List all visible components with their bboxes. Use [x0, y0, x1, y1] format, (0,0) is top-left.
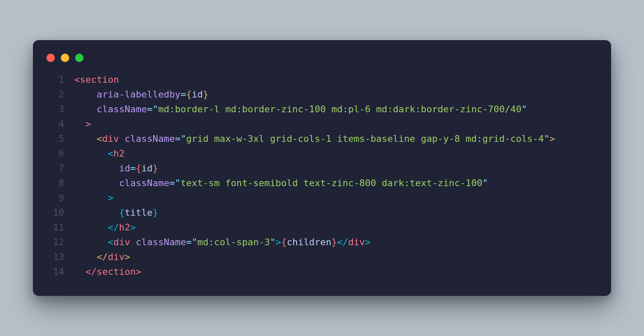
line-number: 10 — [46, 205, 64, 220]
token: > — [86, 119, 91, 129]
code-line[interactable]: 11 </h2> — [46, 220, 598, 235]
token: id — [141, 163, 153, 173]
line-number: 4 — [46, 117, 64, 131]
token: " — [181, 133, 186, 144]
token: id — [192, 89, 203, 100]
code-content[interactable]: id={id} — [74, 161, 158, 176]
code-content[interactable]: > — [74, 117, 91, 131]
token: " — [270, 237, 276, 247]
token: = — [169, 178, 175, 188]
line-number: 6 — [46, 146, 64, 161]
token: " — [522, 104, 527, 114]
token: > — [136, 266, 141, 277]
code-content[interactable]: aria-labelledby={id} — [74, 87, 208, 102]
close-icon[interactable] — [46, 54, 55, 62]
token: </ — [86, 266, 97, 277]
token — [130, 237, 135, 247]
code-content[interactable]: </section> — [74, 264, 141, 279]
code-line[interactable]: 12 <div className="md:col-span-3">{child… — [46, 235, 598, 249]
code-content[interactable]: <section — [74, 72, 119, 87]
line-number: 13 — [46, 249, 64, 264]
maximize-icon[interactable] — [75, 54, 84, 62]
code-content[interactable]: className="md:border-l md:border-zinc-10… — [74, 102, 527, 117]
token: div — [108, 252, 124, 262]
line-number: 12 — [46, 235, 64, 249]
token — [74, 222, 108, 233]
token — [74, 178, 119, 188]
token — [74, 104, 97, 114]
code-line[interactable]: 2 aria-labelledby={id} — [46, 87, 598, 102]
token: } — [152, 207, 158, 218]
token — [74, 266, 86, 277]
code-content[interactable]: <div className="grid max-w-3xl grid-cols… — [74, 131, 555, 146]
code-content[interactable]: className="text-sm font-semibold text-zi… — [74, 176, 488, 190]
token: className — [119, 178, 169, 188]
line-number: 8 — [46, 176, 64, 190]
window-titlebar — [33, 52, 611, 72]
token — [119, 133, 124, 144]
line-number: 14 — [46, 264, 64, 279]
token: " — [192, 237, 197, 247]
minimize-icon[interactable] — [61, 54, 69, 62]
token: } — [152, 163, 158, 173]
token — [74, 148, 108, 159]
token: className — [124, 133, 175, 144]
token: " — [482, 178, 488, 188]
token: > — [124, 252, 130, 262]
token: < — [97, 133, 102, 144]
code-line[interactable]: 9 > — [46, 190, 598, 205]
code-line[interactable]: 1<section — [46, 72, 598, 87]
token: = — [175, 133, 180, 144]
token: < — [108, 237, 113, 247]
code-window: 1<section2 aria-labelledby={id}3 classNa… — [33, 40, 611, 296]
code-editor[interactable]: 1<section2 aria-labelledby={id}3 classNa… — [33, 72, 611, 279]
code-content[interactable]: <div className="md:col-span-3">{children… — [74, 235, 371, 249]
token: md:border-l md:border-zinc-100 md:pl-6 m… — [158, 104, 522, 114]
token: > — [130, 222, 135, 233]
code-line[interactable]: 5 <div className="grid max-w-3xl grid-co… — [46, 131, 598, 146]
token: = — [181, 89, 186, 100]
line-number: 3 — [46, 102, 64, 117]
code-line[interactable]: 4 > — [46, 117, 598, 131]
token: text-sm font-semibold text-zinc-800 dark… — [181, 178, 482, 188]
line-number: 7 — [46, 161, 64, 176]
token: = — [147, 104, 152, 114]
token: } — [331, 237, 337, 247]
token: </ — [97, 252, 108, 262]
token: section — [80, 74, 119, 85]
token: > — [365, 237, 371, 247]
token: h2 — [119, 222, 130, 233]
token — [74, 133, 97, 144]
code-line[interactable]: 7 id={id} — [46, 161, 598, 176]
token: < — [74, 74, 80, 85]
token: " — [175, 178, 180, 188]
token: section — [97, 266, 136, 277]
token: title — [124, 207, 152, 218]
token: " — [152, 104, 158, 114]
token — [74, 252, 97, 262]
code-line[interactable]: 8 className="text-sm font-semibold text-… — [46, 176, 598, 190]
token: < — [108, 148, 113, 159]
token — [74, 119, 86, 129]
token: grid max-w-3xl grid-cols-1 items-baselin… — [186, 133, 544, 144]
token: aria-labelledby — [97, 89, 181, 100]
line-number: 5 — [46, 131, 64, 146]
line-number: 11 — [46, 220, 64, 235]
token: </ — [108, 222, 119, 233]
code-content[interactable]: <h2 — [74, 146, 124, 161]
code-line[interactable]: 6 <h2 — [46, 146, 598, 161]
token: children — [287, 237, 331, 247]
token — [74, 163, 119, 173]
code-content[interactable]: {title} — [74, 205, 158, 220]
code-content[interactable]: </h2> — [74, 220, 136, 235]
token: { — [136, 163, 141, 173]
code-line[interactable]: 14 </section> — [46, 264, 598, 279]
token: { — [186, 89, 192, 100]
code-content[interactable]: </div> — [74, 249, 130, 264]
code-line[interactable]: 13 </div> — [46, 249, 598, 264]
code-line[interactable]: 3 className="md:border-l md:border-zinc-… — [46, 102, 598, 117]
code-content[interactable]: > — [74, 190, 114, 205]
code-line[interactable]: 10 {title} — [46, 205, 598, 220]
token: { — [119, 207, 124, 218]
token: div — [348, 237, 365, 247]
